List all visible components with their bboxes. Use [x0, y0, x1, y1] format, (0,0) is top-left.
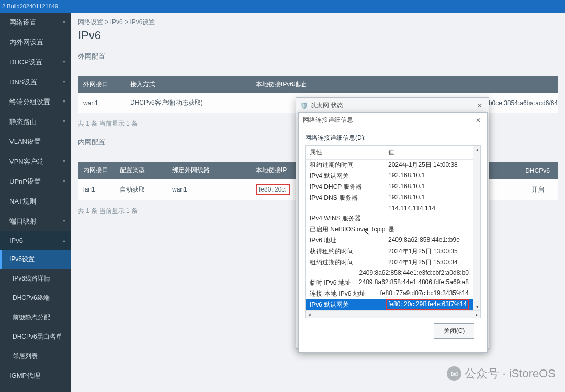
prop-key: IPv4 DHCP 服务器: [310, 183, 388, 192]
sidebar-item-ipv6-linedetail[interactable]: IPv6线路详情: [0, 269, 71, 288]
sidebar-item-staticroute[interactable]: 静态路由▾: [0, 112, 71, 132]
list-item[interactable]: 连接-本地 IPv6 地址fe80::77a9:d07c:bc19:3435%1…: [306, 288, 473, 299]
wan-mode: DHCPv6客户端(动态获取): [125, 93, 251, 113]
lan-th-mode: 配置类型: [115, 162, 167, 179]
scroll-up-icon[interactable]: ▴: [473, 146, 481, 153]
prop-value: 192.168.10.1: [388, 183, 469, 192]
list-item[interactable]: 临时 IPv6 地址2409:8a62:858:44e1:4806:fdfe:5…: [306, 277, 473, 288]
list-item[interactable]: 114.114.114.114: [306, 204, 473, 213]
close-icon[interactable]: ✕: [475, 102, 484, 109]
prop-key: IPv6 默认网关: [310, 300, 386, 309]
prop-value: 192.168.10.1: [388, 172, 469, 181]
wan-section-label: 外网配置: [78, 52, 558, 61]
lan-th-dhcpv6: DHCPv6: [517, 162, 558, 179]
lan-th-bind: 绑定外网线路: [167, 162, 251, 179]
chevron-down-icon: ▾: [63, 98, 65, 104]
scroll-left-icon[interactable]: ◂: [306, 311, 313, 318]
sidebar-item-ipv6-settings[interactable]: IPv6设置: [0, 250, 71, 269]
prop-value: 2024年1月25日 15:00:34: [388, 258, 469, 267]
wechat-icon: ✉: [447, 366, 461, 381]
sidebar-item-ipv6[interactable]: IPv6▴: [0, 231, 71, 250]
chevron-down-icon: ▾: [63, 79, 65, 84]
list-item[interactable]: IPv4 默认网关192.168.10.1: [306, 171, 473, 182]
prop-value: 2024年1月25日 14:00:38: [388, 161, 469, 170]
prop-key: IPv4 WINS 服务器: [310, 214, 388, 223]
prop-key: 获得租约的时间: [310, 247, 388, 256]
sidebar-item-vpn[interactable]: VPN客户端▾: [0, 152, 71, 172]
chevron-down-icon: ▾: [63, 118, 65, 124]
lan-iface: lan1: [78, 179, 115, 200]
sidebar-item-upnp[interactable]: UPnP设置▾: [0, 172, 71, 192]
sidebar-item-termgroup[interactable]: 终端分组设置▾: [0, 92, 71, 112]
sidebar: 网络设置▾ 内外网设置 DHCP设置▾ DNS设置▾ 终端分组设置▾ 静态路由▾…: [0, 13, 71, 392]
lan-th-iface: 内网接口: [78, 162, 115, 179]
prop-value: 2409:8a62:858:44e1:4806:fdfe:5a69:a8: [359, 278, 469, 287]
breadcrumb: 网络设置 > IPv6 > IPv6设置: [78, 18, 558, 27]
close-icon[interactable]: ✕: [473, 117, 483, 124]
chevron-down-icon: ▾: [63, 19, 65, 25]
lan-lladdr-highlight: fe80::20c:: [256, 184, 290, 195]
sidebar-item-nat[interactable]: NAT规则: [0, 192, 71, 211]
sidebar-item-dns[interactable]: DNS设置▾: [0, 72, 71, 92]
prop-key: [310, 205, 388, 212]
watermark-text: 公众号 · iStoreOS: [465, 366, 556, 382]
list-item[interactable]: 租约过期的时间2024年1月25日 14:00:38: [306, 160, 473, 171]
list-item[interactable]: IPv6 地址2409:8a62:858:44e1::b9e: [306, 235, 473, 246]
sidebar-item-dhcpv6-clients[interactable]: DHCPv6终端: [0, 288, 71, 308]
horizontal-scrollbar[interactable]: ◂ ▸: [306, 310, 480, 318]
prop-key: IPv4 默认网关: [310, 172, 388, 181]
list-item[interactable]: 已启用 NetBIOS over Tcpip是: [306, 224, 473, 235]
close-button[interactable]: 关闭(C): [434, 323, 474, 339]
prop-key: 临时 IPv6 地址: [310, 278, 359, 287]
wan-th-iface: 外网接口: [78, 76, 125, 93]
wan-th-lladdr: 本地链接IPv6地址: [251, 76, 558, 93]
sidebar-item-dhcpv6-bwlist[interactable]: DHCPv6黑白名单: [0, 327, 71, 346]
vertical-scrollbar[interactable]: ▴ ▾: [473, 146, 480, 310]
sidebar-item-prefix-static[interactable]: 前缀静态分配: [0, 308, 71, 327]
chevron-up-icon: ▴: [63, 238, 65, 243]
wan-iface: wan1: [78, 93, 125, 113]
lan-dhcpv6: 开启: [517, 179, 558, 200]
list-item[interactable]: IPv6 默认网关fe80::20c:29ff:fe4e:63f7%14: [306, 299, 473, 310]
network-detail-dialog: 网络连接详细信息 ✕ 网络连接详细信息(D): 属性 值 租约过期的时间2024…: [298, 112, 488, 353]
chevron-down-icon: ▾: [63, 178, 65, 184]
sidebar-item-wanlan[interactable]: 内外网设置: [0, 32, 71, 52]
build-label: 2 Build202401121849: [2, 3, 58, 9]
sidebar-item-igmp[interactable]: IGMP代理: [0, 366, 71, 386]
chevron-down-icon: ▾: [63, 158, 65, 164]
sidebar-item-portforward[interactable]: 端口映射▾: [0, 211, 71, 231]
prop-key: IPv6 地址: [310, 236, 388, 245]
prop-key: IPv4 DNS 服务器: [310, 194, 388, 203]
sidebar-item-network[interactable]: 网络设置▾: [0, 13, 71, 32]
prop-value: 2409:8a62:858:44e1::b9e: [388, 236, 469, 245]
prop-value: 2409:8a62:858:44e1:e3fd:cbf2:a0d8:b0: [359, 269, 469, 276]
dialog-body-label: 网络连接详细信息(D):: [305, 133, 481, 142]
col-key: 属性: [310, 148, 388, 157]
list-item[interactable]: 租约过期的时间2024年1月25日 15:00:34: [306, 257, 473, 268]
prop-key: [310, 269, 359, 276]
list-item[interactable]: IPv4 DNS 服务器192.168.10.1: [306, 193, 473, 204]
lan-bind: wan1: [167, 179, 251, 200]
prop-value: 114.114.114.114: [388, 205, 469, 212]
sidebar-item-neighbors[interactable]: 邻居列表: [0, 346, 71, 366]
wan-th-mode: 接入方式: [125, 76, 251, 93]
list-item[interactable]: IPv4 DHCP 服务器192.168.10.1: [306, 182, 473, 193]
sidebar-item-vlan[interactable]: VLAN设置: [0, 132, 71, 152]
list-item[interactable]: 2409:8a62:858:44e1:e3fd:cbf2:a0d8:b0: [306, 268, 473, 277]
prop-key: 租约过期的时间: [310, 161, 388, 170]
prop-value: fe80::77a9:d07c:bc19:3435%14: [380, 289, 469, 298]
scroll-right-icon[interactable]: ▸: [473, 311, 480, 318]
chevron-down-icon: ▾: [63, 218, 65, 223]
col-val: 值: [388, 148, 469, 157]
list-item[interactable]: IPv4 WINS 服务器: [306, 213, 473, 224]
dialog-title: 以太网 状态: [310, 101, 475, 110]
scroll-down-icon[interactable]: ▾: [473, 303, 481, 310]
list-item[interactable]: 获得租约的时间2024年1月25日 13:00:35: [306, 246, 473, 257]
prop-value: 是: [388, 225, 469, 234]
topbar: 2 Build202401121849: [0, 0, 565, 13]
shield-icon: 🛡️: [300, 102, 308, 109]
prop-key: 租约过期的时间: [310, 258, 388, 267]
sidebar-item-dhcp[interactable]: DHCP设置▾: [0, 52, 71, 72]
detail-list: 属性 值 租约过期的时间2024年1月25日 14:00:38IPv4 默认网关…: [305, 145, 481, 318]
prop-key: 已启用 NetBIOS over Tcpip: [310, 225, 388, 234]
